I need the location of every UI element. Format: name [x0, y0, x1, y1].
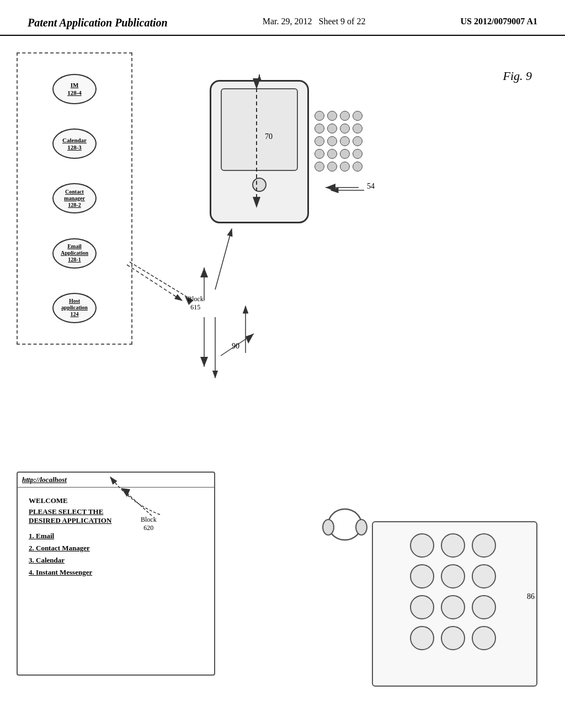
phone-key: [472, 626, 496, 650]
key-dot: [327, 124, 337, 133]
phone-key: [472, 595, 496, 619]
key-dot: [315, 124, 324, 133]
browser-please: PLEASE SELECT THEDESIRED APPLICATION: [29, 507, 203, 525]
phone-key: [472, 533, 496, 558]
svg-marker-6: [200, 357, 208, 367]
contact-manager-circle: Contactmanager128-2: [52, 183, 97, 213]
key-dot: [353, 162, 363, 172]
label-90: 90: [232, 342, 239, 351]
key-dot: [315, 149, 324, 159]
fig-label: Fig. 9: [503, 69, 532, 83]
key-dot: [315, 162, 324, 172]
key-dot: [340, 111, 350, 121]
key-dot: [327, 111, 337, 121]
svg-marker-10: [246, 334, 254, 344]
smartphone-screen: [221, 88, 298, 171]
key-dot: [327, 149, 337, 159]
phone-device: [372, 521, 537, 687]
host-application-circle: Hostapplication124: [52, 293, 97, 323]
phone-key: [410, 533, 434, 558]
key-dot: [327, 136, 337, 146]
block-615-label: Block615: [188, 295, 204, 312]
left-panel-applications: IM128-4 Calendar128-3 Contactmanager128-…: [17, 52, 132, 345]
key-dot: [315, 111, 324, 121]
svg-line-3: [130, 262, 193, 301]
email-application-circle-item: EmailApplication128-1: [52, 238, 97, 269]
key-dot: [340, 124, 350, 133]
date-sheet-info: Mar. 29, 2012 Sheet 9 of 22: [263, 17, 366, 26]
browser-welcome: WELCOME: [29, 496, 203, 505]
calendar-circle: Calendar128-3: [52, 129, 97, 159]
block-620-label: Block620: [141, 516, 157, 532]
browser-menu-item-1: 1. Email: [29, 532, 203, 540]
host-application-circle-item: Hostapplication124: [52, 293, 97, 323]
headset-svg: [320, 508, 370, 552]
svg-point-16: [323, 520, 334, 535]
browser-menu-item-2: 2. Contact Manager: [29, 544, 203, 553]
phone-key: [410, 595, 434, 619]
key-dot: [340, 149, 350, 159]
browser-menu-item-4: 4. Instant Messenger: [29, 568, 203, 577]
browser-content: WELCOME PLEASE SELECT THEDESIRED APPLICA…: [18, 488, 214, 589]
key-dot: [353, 111, 363, 121]
smartphone-device: [210, 80, 309, 223]
key-dot: [327, 162, 337, 172]
smartphone-keypad: [315, 108, 364, 173]
contact-manager-circle-item: Contactmanager128-2: [52, 183, 97, 213]
browser-menu-item-3: 3. Calendar: [29, 556, 203, 565]
label-54: 54: [367, 182, 375, 191]
key-dot: [353, 136, 363, 146]
patent-number: US 2012/0079007 A1: [460, 17, 537, 26]
key-dot: [340, 162, 350, 172]
label-70: 70: [265, 132, 273, 141]
headset-person-icon: [320, 508, 370, 554]
phone-key: [410, 626, 434, 650]
calendar-circle-item: Calendar128-3: [52, 129, 97, 159]
im-circle: IM128-4: [52, 74, 97, 104]
phone-key: [441, 533, 465, 558]
diagram-area: Fig. 9 IM128-4 Calendar128-3 Contactmana…: [0, 36, 565, 709]
publication-title: Patent Application Publication: [28, 17, 168, 29]
key-dot: [353, 149, 363, 159]
label-86: 86: [527, 592, 535, 601]
browser-addressbar: http://localhost: [18, 473, 214, 488]
phone-key: [441, 595, 465, 619]
phone-keypad: [410, 533, 499, 684]
phone-key: [472, 564, 496, 588]
svg-marker-8: [200, 267, 208, 277]
page-header: Patent Application Publication Mar. 29, …: [0, 0, 565, 36]
key-dot: [315, 136, 324, 146]
key-dot: [353, 124, 363, 133]
im-circle-item: IM128-4: [52, 74, 97, 104]
svg-point-17: [356, 520, 367, 535]
browser-window: http://localhost WELCOME PLEASE SELECT T…: [17, 472, 215, 676]
svg-marker-12: [326, 184, 335, 191]
svg-line-20: [127, 265, 182, 301]
smartphone-home-button: [252, 178, 266, 192]
phone-key: [441, 626, 465, 650]
phone-key: [410, 564, 434, 588]
key-dot: [340, 136, 350, 146]
email-application-circle: EmailApplication128-1: [52, 238, 97, 269]
phone-key: [441, 564, 465, 588]
svg-line-21: [215, 229, 232, 290]
